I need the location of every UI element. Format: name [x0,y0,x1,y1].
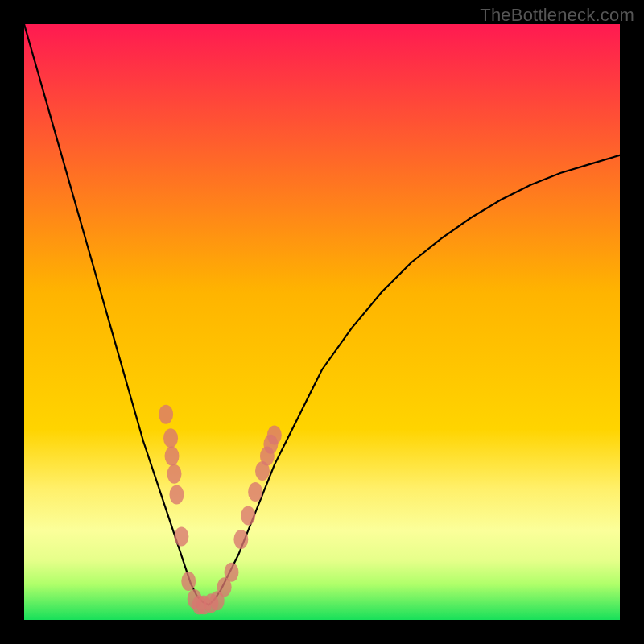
curve-marker [159,405,173,424]
curve-marker [165,447,180,466]
chart-canvas [24,24,620,620]
plot-area [24,24,620,620]
figure-root: TheBottleneck.com [0,0,644,644]
curve-marker [181,572,196,591]
curve-marker [267,426,282,445]
curve-marker [167,464,181,484]
curve-marker [169,485,184,505]
curve-marker [174,526,188,546]
curve-marker [233,530,248,549]
watermark-text: TheBottleneck.com [480,5,634,26]
curve-marker [225,563,239,582]
curve-marker [241,506,255,526]
curve-marker [163,428,178,448]
gradient-background [24,24,620,620]
curve-marker [248,482,262,502]
